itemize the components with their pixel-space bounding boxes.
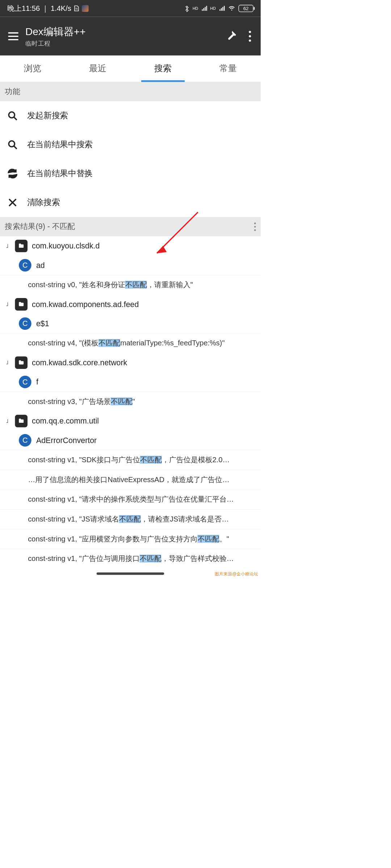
class-row[interactable]: CAdErrorConvertor — [0, 431, 261, 450]
wifi-icon — [228, 5, 235, 12]
folder-icon — [15, 298, 28, 311]
title-block: Dex编辑器++ 临时工程 — [22, 25, 225, 47]
collapse-icon: ˩ — [6, 418, 10, 424]
collapse-icon: ˩ — [6, 301, 10, 307]
code-line[interactable]: const-string v3, "广告场景不匹配" — [0, 392, 261, 412]
build-button[interactable] — [225, 30, 237, 43]
package-name: com.kuoyou.clsdk.d — [32, 242, 100, 251]
status-right: HD HD 62 — [184, 5, 253, 12]
hd-indicator-2: HD — [210, 6, 216, 10]
svg-line-2 — [14, 117, 17, 120]
package-name: com.kwad.sdk.core.network — [32, 358, 127, 367]
close-icon — [7, 197, 18, 208]
folder-icon — [15, 415, 28, 427]
code-line[interactable]: const-string v1, "广告位与调用接口不匹配，导致广告样式校验… — [0, 549, 261, 569]
package-row[interactable]: ˩com.kwad.sdk.core.network — [0, 353, 261, 372]
sim-icon: N — [73, 5, 80, 12]
class-name: e$1 — [36, 319, 49, 328]
svg-text:N: N — [75, 7, 77, 10]
app-subtitle: 临时工程 — [25, 39, 225, 47]
tab-browse[interactable]: 浏览 — [0, 55, 65, 82]
tab-search[interactable]: 搜索 — [130, 55, 196, 82]
app-toolbar: Dex编辑器++ 临时工程 — [0, 17, 261, 56]
folder-icon — [15, 356, 28, 369]
status-time: 晚上11:56 — [7, 4, 40, 13]
func-replace-in-results[interactable]: 在当前结果中替换 — [0, 159, 261, 188]
results-list: ˩com.kuoyou.clsdk.dCadconst-string v0, "… — [0, 236, 261, 569]
class-icon: C — [19, 259, 31, 272]
collapse-icon: ˩ — [6, 243, 10, 249]
status-left: 晚上11:56 ｜ 1.4K/s N — [7, 4, 89, 13]
code-line[interactable]: const-string v1, "JS请求域名不匹配，请检查JS请求域名是否… — [0, 509, 261, 529]
class-row[interactable]: Ce$1 — [0, 314, 261, 333]
results-title: 搜索结果(9) - 不匹配 — [5, 221, 75, 232]
class-name: ad — [36, 261, 45, 270]
tab-recent[interactable]: 最近 — [65, 55, 130, 82]
status-netspeed: 1.4K/s — [51, 4, 71, 13]
replace-icon — [7, 168, 18, 179]
toolbar-actions — [225, 30, 256, 43]
func-search-in-results[interactable]: 在当前结果中搜索 — [0, 130, 261, 159]
package-name: com.qq.e.comm.util — [32, 417, 99, 426]
code-line[interactable]: const-string v0, "姓名和身份证不匹配，请重新输入" — [0, 275, 261, 295]
class-name: f — [36, 378, 38, 387]
package-name: com.kwad.components.ad.feed — [32, 300, 139, 309]
class-icon: C — [19, 317, 31, 330]
code-line[interactable]: const-string v1, "应用横竖方向参数与广告位支持方向不匹配。" — [0, 529, 261, 549]
code-line[interactable]: …用了信息流的相关接口NativeExpressAD，就造成了广告位… — [0, 470, 261, 490]
collapse-icon: ˩ — [6, 359, 10, 366]
search-icon — [7, 139, 18, 150]
nav-handle[interactable] — [97, 573, 164, 575]
package-row[interactable]: ˩com.kwad.components.ad.feed — [0, 295, 261, 314]
package-row[interactable]: ˩com.kuoyou.clsdk.d — [0, 236, 261, 255]
class-name: AdErrorConvertor — [36, 436, 97, 445]
svg-point-1 — [9, 112, 14, 118]
class-row[interactable]: Cad — [0, 256, 261, 275]
class-row[interactable]: Cf — [0, 372, 261, 391]
section-functions: 功能 — [0, 82, 261, 101]
signal-icon-2 — [219, 5, 225, 11]
svg-line-4 — [14, 146, 17, 149]
status-bar: 晚上11:56 ｜ 1.4K/s N HD HD 62 — [0, 0, 261, 17]
tab-bar: 浏览 最近 搜索 常量 — [0, 55, 261, 82]
class-icon: C — [19, 434, 31, 447]
func-clear-search[interactable]: 清除搜索 — [0, 188, 261, 217]
search-icon — [7, 110, 18, 121]
app-title: Dex编辑器++ — [25, 25, 225, 38]
package-row[interactable]: ˩com.qq.e.comm.util — [0, 411, 261, 430]
code-line[interactable]: const-string v1, "SDK接口与广告位不匹配，广告位是模板2.0… — [0, 450, 261, 470]
hd-indicator-1: HD — [193, 6, 198, 10]
folder-icon — [15, 240, 28, 252]
tab-constants[interactable]: 常量 — [196, 55, 261, 82]
section-results-header: 搜索结果(9) - 不匹配 — [0, 217, 261, 236]
menu-button[interactable] — [5, 32, 22, 40]
overflow-button[interactable] — [249, 31, 251, 42]
results-more-button[interactable] — [254, 222, 256, 231]
bluetooth-icon — [184, 5, 190, 12]
battery-indicator: 62 — [239, 5, 253, 12]
code-line[interactable]: const-string v1, "请求中的操作系统类型与广告位在优量汇平台… — [0, 489, 261, 509]
code-line[interactable]: const-string v4, "(模板不匹配materialType:%s_… — [0, 333, 261, 353]
class-icon: C — [19, 376, 31, 388]
app-small-icon — [82, 5, 89, 12]
watermark: 图片来源@金小糖论坛 — [215, 571, 258, 577]
func-new-search[interactable]: 发起新搜索 — [0, 101, 261, 130]
signal-icon-1 — [201, 5, 207, 11]
svg-point-3 — [9, 141, 14, 147]
